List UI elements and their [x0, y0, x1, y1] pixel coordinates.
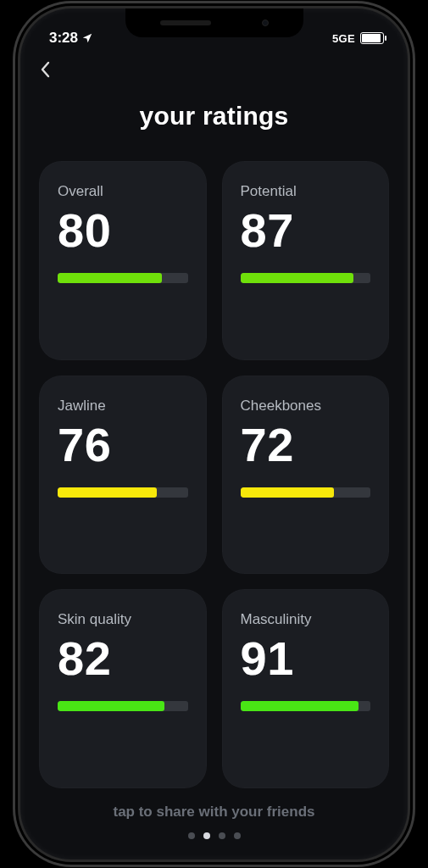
rating-value: 76 [58, 421, 188, 469]
rating-value: 72 [241, 421, 371, 469]
rating-value: 91 [241, 635, 371, 682]
rating-value: 87 [241, 207, 371, 254]
phone-notch [125, 8, 303, 37]
rating-bar [241, 487, 371, 498]
battery-icon [360, 32, 384, 44]
rating-label: Potential [241, 183, 371, 200]
rating-bar [241, 273, 371, 283]
rating-bar [241, 701, 371, 711]
page-dot[interactable] [188, 832, 195, 839]
page-dot[interactable] [203, 832, 210, 839]
rating-label: Jawline [58, 398, 188, 415]
share-hint[interactable]: tap to share with your friends [36, 804, 392, 821]
app-screen: 3:28 5GE your ratings Overall 80 [20, 8, 408, 860]
rating-bar [58, 701, 188, 711]
chevron-left-icon [39, 59, 51, 80]
rating-label: Masculinity [241, 611, 371, 628]
rating-card-masculinity[interactable]: Masculinity 91 [222, 589, 390, 788]
rating-bar [58, 487, 188, 498]
rating-value: 80 [58, 207, 188, 254]
page-indicator[interactable] [36, 832, 392, 839]
ratings-grid: Overall 80 Potential 87 Jawline 76 [36, 161, 392, 788]
rating-label: Overall [58, 183, 188, 200]
rating-bar-fill [58, 273, 162, 283]
rating-card-cheekbones[interactable]: Cheekbones 72 [222, 376, 390, 575]
network-indicator: 5GE [332, 32, 355, 45]
page-dot[interactable] [234, 832, 241, 839]
rating-card-potential[interactable]: Potential 87 [222, 161, 390, 360]
phone-speaker [160, 20, 211, 25]
rating-label: Skin quality [58, 611, 188, 628]
rating-card-jawline[interactable]: Jawline 76 [39, 376, 207, 575]
rating-label: Cheekbones [241, 398, 371, 415]
page-title: your ratings [36, 102, 392, 131]
rating-bar [58, 273, 188, 283]
phone-front-camera [262, 19, 269, 26]
rating-bar-fill [241, 487, 335, 498]
phone-frame: 3:28 5GE your ratings Overall 80 [20, 8, 408, 860]
nav-bar [36, 54, 392, 80]
back-button[interactable] [39, 59, 59, 80]
rating-bar-fill [58, 701, 164, 711]
rating-bar-fill [241, 273, 354, 283]
rating-card-skin-quality[interactable]: Skin quality 82 [39, 589, 207, 788]
status-time: 3:28 [49, 30, 78, 47]
page-dot[interactable] [219, 832, 225, 839]
rating-bar-fill [58, 487, 157, 498]
status-left: 3:28 [49, 30, 93, 47]
rating-value: 82 [58, 635, 188, 682]
rating-card-overall[interactable]: Overall 80 [39, 161, 207, 360]
status-right: 5GE [332, 32, 384, 45]
location-arrow-icon [81, 32, 93, 44]
rating-bar-fill [241, 701, 359, 711]
